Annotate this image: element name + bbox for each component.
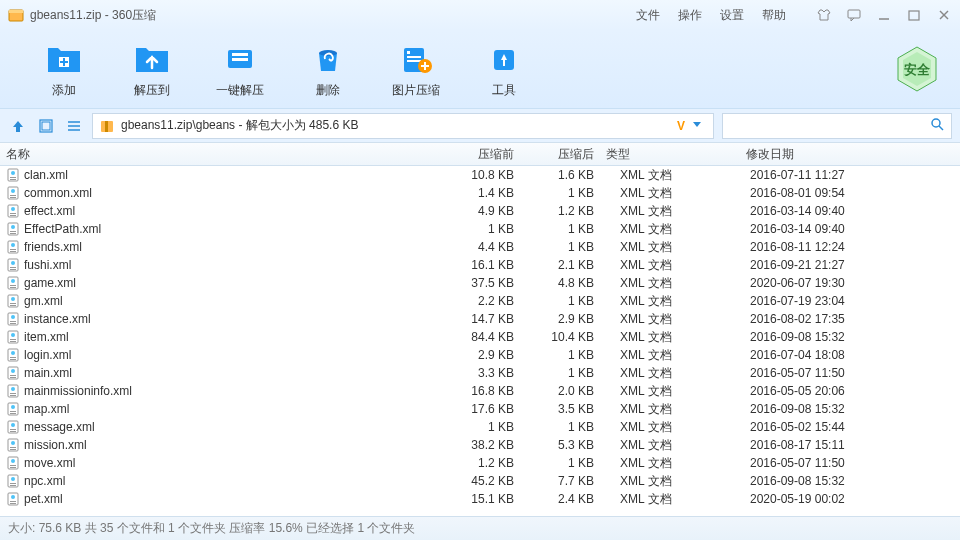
column-after[interactable]: 压缩后	[520, 146, 600, 163]
file-name: common.xml	[24, 186, 92, 200]
svg-point-52	[11, 243, 15, 247]
file-name: login.xml	[24, 348, 71, 362]
path-text: gbeans11.zip\gbeans - 解包大小为 485.6 KB	[121, 117, 671, 134]
menu-help[interactable]: 帮助	[762, 7, 786, 24]
title-bar: gbeans11.zip - 360压缩 文件 操作 设置 帮助	[0, 0, 960, 30]
tools-button[interactable]: 工具	[460, 40, 548, 99]
svg-rect-16	[407, 56, 421, 58]
file-row[interactable]: main.xml3.3 KB1 KBXML 文档2016-05-07 11:50	[0, 364, 960, 382]
file-size-before: 15.1 KB	[440, 492, 520, 506]
feedback-icon[interactable]	[846, 7, 862, 23]
column-name[interactable]: 名称	[0, 146, 440, 163]
file-name: mission.xml	[24, 438, 87, 452]
svg-point-104	[11, 477, 15, 481]
search-input[interactable]	[722, 113, 952, 139]
column-type[interactable]: 类型	[600, 146, 740, 163]
file-size-before: 1.4 KB	[440, 186, 520, 200]
file-date: 2016-05-02 15:44	[740, 420, 940, 434]
file-row[interactable]: move.xml1.2 KB1 KBXML 文档2016-05-07 11:50	[0, 454, 960, 472]
file-size-before: 17.6 KB	[440, 402, 520, 416]
svg-rect-82	[10, 377, 16, 378]
file-date: 2016-09-08 15:32	[740, 474, 940, 488]
file-row[interactable]: message.xml1 KB1 KBXML 文档2016-05-02 15:4…	[0, 418, 960, 436]
svg-rect-97	[10, 447, 16, 448]
file-date: 2016-09-21 21:27	[740, 258, 940, 272]
file-date: 2016-08-17 15:11	[740, 438, 940, 452]
file-row[interactable]: clan.xml10.8 KB1.6 KBXML 文档2016-07-11 11…	[0, 166, 960, 184]
file-row[interactable]: item.xml84.4 KB10.4 KBXML 文档2016-09-08 1…	[0, 328, 960, 346]
extract-button[interactable]: 解压到	[108, 40, 196, 99]
column-before[interactable]: 压缩前	[440, 146, 520, 163]
svg-rect-85	[10, 393, 16, 394]
svg-rect-27	[42, 122, 50, 130]
file-icon	[6, 312, 20, 326]
file-size-after: 10.4 KB	[520, 330, 600, 344]
file-type: XML 文档	[600, 239, 740, 256]
file-size-after: 1 KB	[520, 366, 600, 380]
up-button[interactable]	[8, 116, 28, 136]
file-row[interactable]: login.xml2.9 KB1 KBXML 文档2016-07-04 18:0…	[0, 346, 960, 364]
toolbar: 添加 解压到 一键解压 删除 图片压缩 工具 安全	[0, 30, 960, 108]
file-row[interactable]: friends.xml4.4 KB1 KBXML 文档2016-08-11 12…	[0, 238, 960, 256]
file-row[interactable]: common.xml1.4 KB1 KBXML 文档2016-08-01 09:…	[0, 184, 960, 202]
view-icons-button[interactable]	[36, 116, 56, 136]
file-list[interactable]: clan.xml10.8 KB1.6 KBXML 文档2016-07-11 11…	[0, 166, 960, 516]
svg-point-60	[11, 279, 15, 283]
column-date[interactable]: 修改日期	[740, 146, 940, 163]
file-type: XML 文档	[600, 167, 740, 184]
file-row[interactable]: game.xml37.5 KB4.8 KBXML 文档2020-06-07 19…	[0, 274, 960, 292]
menu-action[interactable]: 操作	[678, 7, 702, 24]
file-row[interactable]: effect.xml4.9 KB1.2 KBXML 文档2016-03-14 0…	[0, 202, 960, 220]
view-list-button[interactable]	[64, 116, 84, 136]
svg-rect-1	[9, 10, 23, 13]
file-type: XML 文档	[600, 311, 740, 328]
add-button[interactable]: 添加	[20, 40, 108, 99]
file-type: XML 文档	[600, 437, 740, 454]
file-type: XML 文档	[600, 419, 740, 436]
status-bar: 大小: 75.6 KB 共 35 个文件和 1 个文件夹 压缩率 15.6% 已…	[0, 516, 960, 540]
file-row[interactable]: gm.xml2.2 KB1 KBXML 文档2016-07-19 23:04	[0, 292, 960, 310]
file-size-before: 10.8 KB	[440, 168, 520, 182]
svg-rect-66	[10, 305, 16, 306]
file-icon	[6, 186, 20, 200]
file-type: XML 文档	[600, 365, 740, 382]
minimize-button[interactable]	[876, 7, 892, 23]
skin-icon[interactable]	[816, 7, 832, 23]
file-icon	[6, 258, 20, 272]
file-row[interactable]: pet.xml15.1 KB2.4 KBXML 文档2020-05-19 00:…	[0, 490, 960, 508]
menu-settings[interactable]: 设置	[720, 7, 744, 24]
svg-rect-77	[10, 357, 16, 358]
file-name: gm.xml	[24, 294, 63, 308]
file-size-after: 3.5 KB	[520, 402, 600, 416]
delete-button[interactable]: 删除	[284, 40, 372, 99]
path-input[interactable]: gbeans11.zip\gbeans - 解包大小为 485.6 KB V	[92, 113, 714, 139]
file-type: XML 文档	[600, 275, 740, 292]
file-row[interactable]: npc.xml45.2 KB7.7 KBXML 文档2016-09-08 15:…	[0, 472, 960, 490]
file-name: npc.xml	[24, 474, 65, 488]
svg-rect-45	[10, 213, 16, 214]
svg-point-68	[11, 315, 15, 319]
window-controls	[816, 7, 952, 23]
file-icon	[6, 240, 20, 254]
svg-point-56	[11, 261, 15, 265]
file-row[interactable]: fushi.xml16.1 KB2.1 KBXML 文档2016-09-21 2…	[0, 256, 960, 274]
file-row[interactable]: instance.xml14.7 KB2.9 KBXML 文档2016-08-0…	[0, 310, 960, 328]
menu-file[interactable]: 文件	[636, 7, 660, 24]
svg-rect-81	[10, 375, 16, 376]
maximize-button[interactable]	[906, 7, 922, 23]
oneclick-extract-button[interactable]: 一键解压	[196, 40, 284, 99]
image-compress-button[interactable]: 图片压缩	[372, 40, 460, 99]
file-date: 2016-08-11 12:24	[740, 240, 940, 254]
file-row[interactable]: EffectPath.xml1 KB1 KBXML 文档2016-03-14 0…	[0, 220, 960, 238]
file-row[interactable]: mission.xml38.2 KB5.3 KBXML 文档2016-08-17…	[0, 436, 960, 454]
path-dropdown-button[interactable]	[691, 118, 707, 134]
close-button[interactable]	[936, 7, 952, 23]
file-row[interactable]: map.xml17.6 KB3.5 KBXML 文档2016-09-08 15:…	[0, 400, 960, 418]
file-type: XML 文档	[600, 185, 740, 202]
file-icon	[6, 294, 20, 308]
file-icon	[6, 222, 20, 236]
file-name: map.xml	[24, 402, 69, 416]
file-row[interactable]: mainmissioninfo.xml16.8 KB2.0 KBXML 文档20…	[0, 382, 960, 400]
app-icon	[8, 7, 24, 23]
file-size-after: 4.8 KB	[520, 276, 600, 290]
